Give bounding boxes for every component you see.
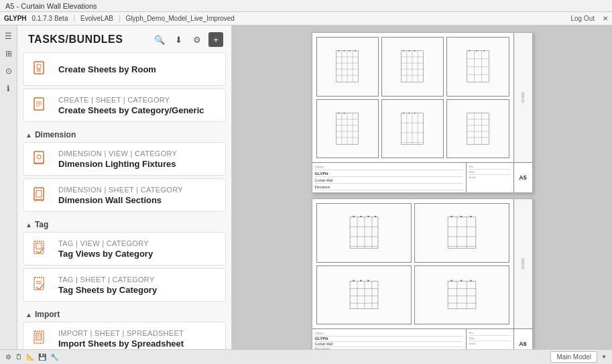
svg-point-9 — [37, 155, 41, 159]
main-model-button[interactable]: Main Model — [550, 351, 597, 363]
svg-point-130 — [470, 280, 471, 281]
section-label-dimension: Dimension — [35, 130, 76, 139]
info-icon[interactable]: ℹ — [2, 82, 15, 95]
task-name-import-sheets: Import Sheets by Spreadsheet — [58, 339, 219, 349]
task-icon-sheet-room — [30, 58, 52, 80]
sheet-number-text-2: A6 — [519, 341, 527, 347]
layers-icon[interactable]: ⊞ — [2, 47, 15, 60]
task-item-import-sheets[interactable]: IMPORT | SHEET | SPREADSHEET Import Shee… — [23, 322, 226, 349]
section-label-import: Import — [35, 310, 60, 319]
task-text-dimension-wall: DIMENSION | SHEET | CATEGORY Dimension W… — [58, 186, 219, 205]
task-item-dimension-wall[interactable]: DIMENSION | SHEET | CATEGORY Dimension W… — [23, 178, 226, 212]
status-icon-tools: 🔧 — [50, 353, 58, 361]
title-line-client-1: Client — [315, 165, 463, 170]
svg-point-119 — [353, 280, 354, 281]
svg-point-53 — [404, 50, 405, 52]
task-item-create-sheets-category[interactable]: CREATE | SHEET | CATEGORY Create Sheets … — [23, 88, 226, 122]
task-label-tag-views: TAG | VIEW | CATEGORY — [58, 239, 219, 247]
drawing-1-2 — [381, 37, 444, 97]
sheet-sidebar-right-1: |||||||||||||||| — [513, 33, 532, 162]
task-label-dimension-lighting: DIMENSION | VIEW | CATEGORY — [58, 149, 219, 158]
task-text-create-sheets-room: Create Sheets by Room — [58, 64, 219, 74]
title-line-brand-2: GLYPH — [315, 337, 463, 342]
section-header-tag[interactable]: ▲ Tag — [23, 215, 226, 232]
sheet-title-block-1: Client GLYPH Curtain Wall Elevations Rev… — [312, 162, 532, 192]
glyph-logo: GLYPH — [4, 15, 27, 22]
nav-icon[interactable]: ⊙ — [2, 64, 15, 78]
section-header-import[interactable]: ▲ Import — [23, 304, 226, 322]
add-task-button[interactable]: + — [208, 32, 223, 47]
svg-rect-8 — [34, 151, 44, 164]
main-model-dropdown[interactable]: ▼ — [601, 354, 607, 360]
sheet-drawings-2 — [312, 199, 513, 328]
sheet-number-1: A5 — [513, 163, 532, 192]
drawing-1-3 — [446, 37, 509, 97]
task-label-tag-sheets: TAG | SHEET | CATEGORY — [58, 276, 219, 284]
menu-icon[interactable]: ☰ — [2, 29, 15, 43]
svg-point-129 — [461, 280, 462, 281]
task-icon-import-sheets — [30, 328, 52, 349]
tasks-title: TASKS/BUNDLES — [28, 34, 123, 46]
task-name-create-sheets-category: Create Sheets by Category/Generic — [58, 105, 219, 115]
toolbar-bar: GLYPH 0.1.7.3 Beta | EvolveLAB | Glyph_D… — [0, 12, 612, 25]
svg-rect-122 — [448, 281, 476, 308]
svg-rect-103 — [448, 217, 476, 248]
svg-rect-13 — [34, 188, 44, 200]
title-block-info-1: Rev Date Scale — [467, 163, 513, 192]
svg-point-64 — [483, 50, 485, 52]
task-item-tag-sheets[interactable]: TAG | SHEET | CATEGORY Tag Sheets by Cat… — [23, 268, 226, 302]
status-icon-ruler[interactable]: 📐 — [26, 353, 34, 361]
task-item-dimension-lighting[interactable]: DIMENSION | VIEW | CATEGORY Dimension Li… — [23, 142, 226, 176]
svg-point-43 — [349, 50, 351, 52]
task-item-tag-views[interactable]: TAG | VIEW | CATEGORY Tag Views by Categ… — [23, 232, 226, 265]
chevron-tag: ▲ — [25, 221, 32, 229]
sheet-inner-2: |||||||||||||||| — [312, 199, 532, 328]
drawing-1-6 — [446, 99, 509, 159]
task-icon-tag-sheets — [30, 274, 52, 296]
svg-point-44 — [355, 50, 356, 52]
title-block-main-1: Client GLYPH Curtain Wall Elevations — [312, 163, 467, 192]
svg-point-84 — [414, 113, 416, 114]
download-icon[interactable]: ⬇ — [171, 32, 186, 47]
status-icon-settings[interactable]: ⚙ — [5, 353, 11, 361]
preview-area: |||||||||||||||| Client GLYPH Curtain Wa… — [232, 25, 612, 349]
close-button[interactable]: ✕ — [603, 15, 608, 22]
status-icon-save: 💾 — [38, 353, 46, 361]
task-label-create-sheets-category: CREATE | SHEET | CATEGORY — [58, 96, 219, 104]
tasks-panel: TASKS/BUNDLES 🔍 ⬇ ⚙ + — [17, 25, 232, 349]
svg-point-121 — [367, 280, 369, 281]
task-icon-sheet-category — [30, 95, 52, 116]
section-label-tag: Tag — [35, 220, 48, 229]
task-name-dimension-wall: Dimension Wall Sections — [58, 195, 219, 205]
version-text: 0.1.7.3 Beta — [32, 15, 68, 22]
main-content: ☰ ⊞ ⊙ ℹ TASKS/BUNDLES 🔍 ⬇ ⚙ + — [0, 25, 612, 349]
sheet-number-text-1: A5 — [519, 174, 527, 181]
sheet-preview-2: |||||||||||||||| Client GLYPH Curtain Wa… — [312, 198, 533, 349]
svg-rect-24 — [36, 333, 42, 340]
drawing-2-4 — [414, 265, 509, 325]
task-text-import-sheets: IMPORT | SHEET | SPREADSHEET Import Shee… — [58, 329, 219, 349]
task-icon-dimension-lighting — [30, 148, 52, 170]
status-icon-doc[interactable]: 🗒 — [15, 353, 22, 361]
svg-point-63 — [476, 50, 477, 52]
settings-icon[interactable]: ⚙ — [190, 32, 204, 47]
title-line-client-2: Client — [315, 331, 463, 337]
task-text-dimension-lighting: DIMENSION | VIEW | CATEGORY Dimension Li… — [58, 149, 219, 169]
svg-point-83 — [409, 113, 410, 114]
task-icon-dimension-wall — [30, 184, 52, 206]
svg-point-54 — [409, 50, 410, 52]
svg-point-82 — [404, 113, 405, 114]
svg-rect-1 — [37, 64, 41, 68]
task-name-dimension-lighting: Dimension Lighting Fixtures — [58, 159, 219, 169]
sheet-sidebar-right-2: |||||||||||||||| — [513, 199, 532, 328]
task-item-create-sheets-room[interactable]: Create Sheets by Room — [23, 52, 226, 86]
svg-point-73 — [339, 113, 340, 114]
section-header-dimension[interactable]: ▲ Dimension — [23, 125, 226, 142]
chevron-import: ▲ — [25, 311, 32, 318]
svg-rect-14 — [36, 190, 42, 197]
search-icon[interactable]: 🔍 — [152, 32, 167, 47]
logout-button[interactable]: Log Out — [570, 15, 595, 22]
svg-point-74 — [344, 113, 345, 114]
sheet-title-block-2: Client GLYPH Curtain Wall Elevations Clo… — [312, 328, 532, 349]
task-text-tag-views: TAG | VIEW | CATEGORY Tag Views by Categ… — [58, 239, 219, 259]
